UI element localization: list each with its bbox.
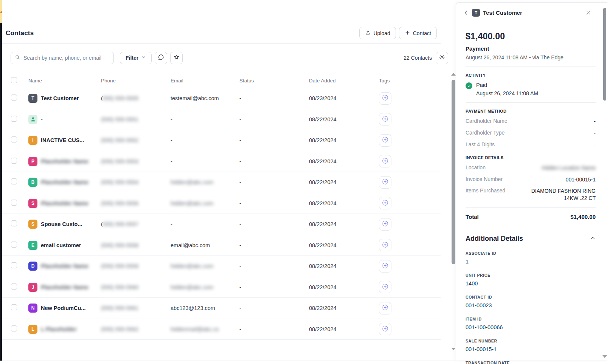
payment-type: Payment (466, 45, 596, 52)
contact-phone: (555) 555-5560 (101, 284, 171, 290)
add-tag-button[interactable] (379, 323, 391, 335)
add-tag-button[interactable] (379, 260, 391, 273)
favorites-button[interactable] (170, 52, 183, 64)
add-tag-button[interactable] (379, 113, 391, 125)
table-scrollbar[interactable] (451, 73, 456, 351)
contact-name: Placeholder Name (41, 263, 88, 269)
row-checkbox[interactable] (11, 200, 17, 206)
select-all-checkbox[interactable] (11, 77, 17, 83)
row-checkbox[interactable] (11, 283, 17, 290)
table-row[interactable]: B Placeholder Name (555) 555-5554 hidden… (2, 172, 441, 193)
filter-button[interactable]: Filter (120, 52, 152, 64)
panel-scroll-down-arrow[interactable] (602, 355, 607, 358)
chevron-up-icon[interactable] (590, 235, 596, 242)
table-row[interactable]: J Placeholder Name (555) 555-5560 hidden… (2, 277, 441, 298)
scrollbar-thumb[interactable] (452, 80, 455, 264)
table-row[interactable]: S Spouse Custo... (555) 555-5557 - - 08/… (2, 214, 441, 235)
contact-date-added: 08/23/2024 (309, 95, 379, 101)
close-icon (585, 10, 591, 15)
row-checkbox[interactable] (11, 242, 17, 248)
contact-status: - (239, 179, 309, 185)
add-tag-button[interactable] (379, 239, 391, 251)
additional-details-header[interactable]: Additional Details (466, 235, 596, 243)
contact-avatar: J (28, 283, 37, 292)
back-button[interactable] (461, 8, 471, 18)
add-tag-button[interactable] (379, 197, 391, 209)
add-tag-button[interactable] (379, 302, 391, 314)
invoice-row-label: Invoice Number (466, 176, 503, 182)
contact-status: - (239, 263, 309, 269)
panel-scrollbar-thumb[interactable] (603, 8, 606, 101)
table-row[interactable]: I INACTIVE CUS... (555) 555-5552 - - 08/… (2, 130, 441, 151)
payment-method-row-label: Cardholder Name (466, 118, 508, 124)
table-row[interactable]: S Placeholder Name (555) 555-5556 hidden… (2, 193, 441, 214)
avatar-letter: E (31, 243, 34, 248)
table-row[interactable]: E email customer (555) 555-5558 email@ab… (2, 235, 441, 256)
contact-date-added: 08/22/2024 (309, 263, 379, 269)
scroll-up-arrow[interactable] (451, 73, 456, 76)
circle-plus-icon (382, 199, 389, 208)
column-header-name: Name (28, 78, 101, 84)
additional-field: ASSOCIATE ID1 (466, 251, 596, 265)
row-checkbox[interactable] (11, 94, 17, 101)
circle-plus-icon (382, 283, 389, 291)
upload-button[interactable]: Upload (359, 27, 396, 39)
invoice-row: Invoice Number001-00015-1 (466, 176, 596, 183)
row-checkbox[interactable] (11, 136, 17, 143)
add-tag-button[interactable] (379, 218, 391, 231)
contact-avatar: I (28, 136, 37, 145)
row-checkbox[interactable] (11, 116, 17, 122)
row-checkbox[interactable] (11, 220, 17, 226)
close-button[interactable] (584, 8, 593, 17)
contact-date-added: 08/22/2024 (309, 158, 379, 164)
add-contact-button[interactable]: Contact (399, 27, 437, 39)
add-tag-button[interactable] (379, 176, 391, 189)
invoice-row-label: Items Purchased (466, 187, 505, 194)
contact-name: Placeholder Name (41, 284, 88, 290)
contact-name: INACTIVE CUS... (41, 137, 84, 143)
invoice-row: Items PurchasedDIAMOND FASHION RING 14KW… (466, 187, 596, 202)
circle-plus-icon (382, 115, 389, 124)
table-row[interactable]: P Placeholder Name (555) 555-5553 - - 08… (2, 151, 441, 172)
column-header-status: Status (239, 78, 309, 84)
add-tag-button[interactable] (379, 281, 391, 293)
page-header: Contacts Upload Cont (2, 23, 441, 44)
column-header-email: Email (171, 78, 239, 84)
add-tag-button[interactable] (379, 134, 391, 147)
contacts-toolbar: Filter (2, 49, 448, 67)
contact-avatar: E (28, 241, 37, 250)
row-checkbox[interactable] (11, 178, 17, 184)
row-checkbox[interactable] (11, 325, 17, 331)
search-input[interactable] (23, 55, 110, 61)
invoice-details-heading: INVOICE DETAILS (466, 155, 596, 160)
table-settings-button[interactable] (436, 52, 448, 64)
panel-scrollbar[interactable] (603, 6, 607, 359)
row-checkbox[interactable] (11, 262, 17, 268)
contact-avatar: B (28, 178, 37, 187)
chevron-left-icon (463, 10, 469, 15)
app-window: Contacts Upload Cont (0, 0, 607, 364)
section-divider (456, 227, 607, 227)
scroll-down-arrow[interactable] (451, 348, 456, 350)
table-row[interactable]: D Placeholder Name (555) 555-5559 hidden… (2, 256, 441, 277)
contact-email: hidden@abc.com (171, 284, 239, 290)
panel-header: T Test Customer (456, 3, 607, 23)
add-tag-button[interactable] (379, 155, 391, 167)
search-box[interactable] (11, 52, 114, 64)
add-tag-button[interactable] (379, 92, 391, 105)
table-row[interactable]: T Test Customer (555) 555-5555 testemail… (2, 88, 441, 109)
circle-plus-icon (382, 241, 389, 249)
payment-date-line: August 26, 2024 11:08 AM • via The Edge (466, 54, 596, 60)
table-row[interactable]: - (555) 555-5551 - - 08/22/2024 (2, 109, 441, 130)
messages-button[interactable] (155, 52, 167, 64)
contact-phone: (555) 555-5562 (101, 326, 171, 332)
avatar-letter: D (31, 263, 35, 269)
additional-field-label: UNIT PRICE (466, 273, 596, 277)
table-row[interactable]: N New PodiumCu... (555) 555-5561 abc123@… (2, 298, 441, 319)
column-header-phone: Phone (101, 78, 171, 84)
row-checkbox[interactable] (11, 304, 17, 310)
search-icon (15, 54, 20, 62)
row-checkbox[interactable] (11, 158, 17, 164)
contact-name: L Placeholder (41, 326, 77, 332)
table-row[interactable]: L L Placeholder (555) 555-5562 hiddenmai… (2, 319, 441, 340)
